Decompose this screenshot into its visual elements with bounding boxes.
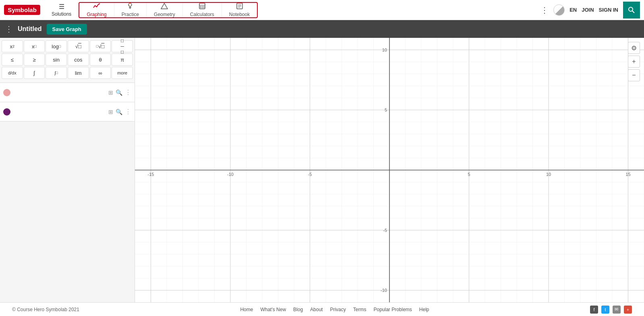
key-more[interactable]: more xyxy=(112,67,133,79)
svg-line-3 xyxy=(129,5,129,6)
footer-link-about[interactable]: About xyxy=(310,307,323,312)
tab-calculators-label: Calculators xyxy=(190,12,214,17)
search-icon xyxy=(628,6,635,14)
zoom-in-button[interactable]: + xyxy=(628,56,640,68)
svg-text:5: 5 xyxy=(385,107,387,112)
footer-link-popular[interactable]: Popular Problems xyxy=(373,307,412,312)
expr-dots-1[interactable]: ⋮ xyxy=(125,89,131,96)
expr-table-2[interactable]: ⊞ xyxy=(108,109,113,115)
footer-link-help[interactable]: Help xyxy=(419,307,429,312)
signin-button[interactable]: SIGN IN xyxy=(599,7,618,13)
tab-practice[interactable]: Practice xyxy=(114,3,147,17)
header: Symbolab ☰ Solutions Graphing Practice G… xyxy=(0,0,644,20)
svg-line-4 xyxy=(131,5,131,6)
footer-link-privacy[interactable]: Privacy xyxy=(330,307,346,312)
theme-toggle[interactable] xyxy=(553,4,565,16)
key-nth-root[interactable]: □√□ xyxy=(90,40,111,52)
tab-graphing[interactable]: Graphing xyxy=(79,3,114,17)
key-sqrt[interactable]: √□ xyxy=(68,40,89,52)
svg-text:-10: -10 xyxy=(227,172,234,177)
key-x-squared[interactable]: x2 xyxy=(2,40,23,52)
notebook-icon xyxy=(236,3,243,11)
logo-text: Symbolab xyxy=(8,6,37,13)
toolbar-dots[interactable]: ⋮ xyxy=(5,24,13,34)
svg-rect-9 xyxy=(200,6,201,7)
expr-input-1[interactable] xyxy=(14,89,108,96)
svg-text:-15: -15 xyxy=(148,172,154,177)
footer-link-whatsnew[interactable]: What's New xyxy=(260,307,286,312)
expr-search-1[interactable]: 🔍 xyxy=(116,89,122,96)
key-fraction[interactable]: □─□ xyxy=(112,40,133,52)
footer-link-blog[interactable]: Blog xyxy=(293,307,303,312)
svg-text:10: 10 xyxy=(546,172,551,177)
gplus-icon[interactable]: + xyxy=(624,306,632,314)
key-cos[interactable]: cos xyxy=(68,54,89,66)
expr-color-1[interactable] xyxy=(3,89,10,96)
key-pi[interactable]: π xyxy=(112,54,133,66)
tab-geometry[interactable]: Geometry xyxy=(147,3,183,17)
svg-rect-11 xyxy=(203,6,204,7)
svg-point-0 xyxy=(128,3,132,6)
zoom-in-icon: + xyxy=(632,58,636,65)
settings-button[interactable]: ⚙ xyxy=(628,42,640,54)
tab-graphing-label: Graphing xyxy=(87,12,106,17)
key-infinity[interactable]: ∞ xyxy=(90,67,111,79)
keyboard-row-2: ≤ ≥ sin cos θ π xyxy=(2,54,133,66)
search-button[interactable] xyxy=(623,2,640,19)
solutions-icon: ☰ xyxy=(59,3,64,10)
expression-row-2: ⊞ 🔍 ⋮ xyxy=(0,102,135,122)
language-button[interactable]: EN xyxy=(569,7,577,13)
header-right: ⋮ EN JOIN SIGN IN xyxy=(540,2,640,19)
main-content: x2 x□ log□ √□ □√□ □─□ ≤ ≥ sin cos θ π d/… xyxy=(0,38,644,302)
key-theta[interactable]: θ xyxy=(90,54,111,66)
solutions-button[interactable]: ☰ Solutions xyxy=(48,1,75,19)
facebook-icon[interactable]: f xyxy=(590,306,598,314)
more-icon[interactable]: ⋮ xyxy=(540,5,549,15)
keyboard-row-3: d/dx ∫ ∫□ lim ∞ more xyxy=(2,67,133,79)
svg-text:-5: -5 xyxy=(308,172,312,177)
tab-calculators[interactable]: Calculators xyxy=(183,3,222,17)
practice-icon xyxy=(126,3,134,11)
expr-color-2[interactable] xyxy=(3,108,10,116)
key-derivative[interactable]: d/dx xyxy=(2,67,23,79)
footer: © Course Hero Symbolab 2021 Home What's … xyxy=(0,302,644,316)
svg-marker-6 xyxy=(161,3,168,9)
sidebar: x2 x□ log□ √□ □√□ □─□ ≤ ≥ sin cos θ π d/… xyxy=(0,38,135,302)
graph-area[interactable]: -15-10-551015105-5-10 ⚙ + − xyxy=(135,38,644,302)
graph-title: Untitled xyxy=(18,25,42,33)
toolbar: ⋮ Untitled Save Graph xyxy=(0,20,644,38)
expr-search-2[interactable]: 🔍 xyxy=(116,109,122,115)
key-leq[interactable]: ≤ xyxy=(2,54,23,66)
twitter-icon[interactable]: t xyxy=(601,306,609,314)
key-log[interactable]: log□ xyxy=(46,40,67,52)
graph-canvas: -15-10-551015105-5-10 xyxy=(135,38,644,302)
key-geq[interactable]: ≥ xyxy=(24,54,45,66)
footer-links: Home What's New Blog About Privacy Terms… xyxy=(240,307,429,312)
expr-dots-2[interactable]: ⋮ xyxy=(125,108,131,116)
key-lim[interactable]: lim xyxy=(68,67,89,79)
solutions-label: Solutions xyxy=(52,11,71,17)
graphing-icon xyxy=(93,3,100,11)
footer-link-home[interactable]: Home xyxy=(240,307,253,312)
keyboard-row-1: x2 x□ log□ √□ □√□ □─□ xyxy=(2,40,133,52)
zoom-out-button[interactable]: − xyxy=(628,69,640,81)
key-definite-integral[interactable]: ∫□ xyxy=(46,67,67,79)
email-icon[interactable]: ✉ xyxy=(613,306,621,314)
expr-table-1[interactable]: ⊞ xyxy=(108,89,113,96)
key-sin[interactable]: sin xyxy=(46,54,67,66)
footer-link-terms[interactable]: Terms xyxy=(353,307,367,312)
copyright: © Course Hero Symbolab 2021 xyxy=(12,307,79,312)
geometry-icon xyxy=(161,3,168,11)
svg-text:5: 5 xyxy=(468,172,470,177)
math-keyboard: x2 x□ log□ √□ □√□ □─□ ≤ ≥ sin cos θ π d/… xyxy=(0,38,135,83)
graph-controls: ⚙ + − xyxy=(628,42,640,81)
save-graph-button[interactable]: Save Graph xyxy=(47,24,87,35)
tab-notebook[interactable]: Notebook xyxy=(222,3,257,17)
join-button[interactable]: JOIN xyxy=(582,7,594,13)
expr-input-2[interactable] xyxy=(14,109,108,115)
key-integral[interactable]: ∫ xyxy=(24,67,45,79)
tab-notebook-label: Notebook xyxy=(229,12,250,17)
key-x-power[interactable]: x□ xyxy=(24,40,45,52)
logo[interactable]: Symbolab xyxy=(4,5,40,15)
svg-rect-12 xyxy=(200,7,201,8)
